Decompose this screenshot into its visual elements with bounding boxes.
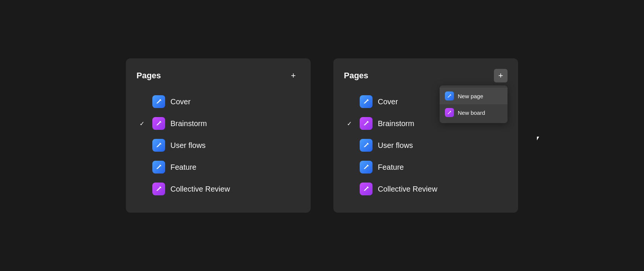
left-name-userflows: User flows bbox=[170, 141, 205, 150]
left-name-cover: Cover bbox=[170, 97, 190, 106]
left-check-brainstorm: ✓ bbox=[140, 120, 147, 127]
right-icon-feature bbox=[360, 161, 373, 174]
right-panel: Pages + New page bbox=[333, 58, 518, 213]
right-name-brainstorm: Brainstorm bbox=[378, 119, 414, 128]
left-icon-collective bbox=[152, 183, 165, 195]
left-icon-userflows bbox=[152, 139, 165, 152]
left-add-button[interactable]: + bbox=[287, 69, 300, 82]
right-add-button[interactable]: + bbox=[494, 69, 508, 82]
right-check-brainstorm: ✓ bbox=[347, 120, 354, 127]
new-page-label: New page bbox=[458, 93, 483, 99]
left-name-feature: Feature bbox=[170, 163, 196, 172]
left-icon-cover bbox=[152, 95, 165, 108]
add-dropdown-menu: New page New board bbox=[440, 85, 508, 123]
right-name-feature: Feature bbox=[378, 163, 404, 172]
right-item-feature[interactable]: Feature bbox=[344, 157, 508, 177]
left-item-brainstorm[interactable]: ✓ Brainstorm bbox=[136, 113, 300, 134]
right-item-userflows[interactable]: User flows bbox=[344, 135, 508, 155]
right-name-collective: Collective Review bbox=[378, 185, 437, 193]
left-item-collective[interactable]: Collective Review bbox=[136, 179, 300, 199]
right-icon-brainstorm bbox=[360, 117, 373, 130]
left-panel: Pages + Cover ✓ B bbox=[126, 58, 311, 213]
right-name-userflows: User flows bbox=[378, 141, 413, 150]
new-page-icon bbox=[445, 91, 454, 100]
left-plus-icon: + bbox=[291, 71, 296, 81]
right-icon-collective bbox=[360, 183, 373, 195]
right-icon-userflows bbox=[360, 139, 373, 152]
left-panel-title: Pages bbox=[136, 71, 161, 81]
right-item-collective[interactable]: Collective Review bbox=[344, 179, 508, 199]
dropdown-item-new-board[interactable]: New board bbox=[440, 104, 508, 121]
left-page-list: Cover ✓ Brainstorm User flows bbox=[136, 91, 300, 199]
new-board-label: New board bbox=[458, 110, 485, 116]
right-panel-header: Pages + New page bbox=[344, 69, 508, 82]
left-icon-feature bbox=[152, 161, 165, 174]
right-icon-cover bbox=[360, 95, 373, 108]
left-icon-brainstorm bbox=[152, 117, 165, 130]
cursor-pointer bbox=[537, 137, 541, 143]
left-name-collective: Collective Review bbox=[170, 185, 230, 193]
left-item-cover[interactable]: Cover bbox=[136, 91, 300, 112]
left-name-brainstorm: Brainstorm bbox=[170, 119, 207, 128]
right-plus-icon: + bbox=[498, 71, 503, 81]
right-name-cover: Cover bbox=[378, 97, 398, 106]
dropdown-item-new-page[interactable]: New page bbox=[440, 88, 508, 104]
new-board-icon bbox=[445, 108, 454, 117]
right-add-dropdown-wrapper: + New page bbox=[494, 69, 508, 82]
left-item-feature[interactable]: Feature bbox=[136, 157, 300, 177]
left-panel-header: Pages + bbox=[136, 69, 300, 82]
left-item-userflows[interactable]: User flows bbox=[136, 135, 300, 155]
right-panel-title: Pages bbox=[344, 71, 368, 81]
